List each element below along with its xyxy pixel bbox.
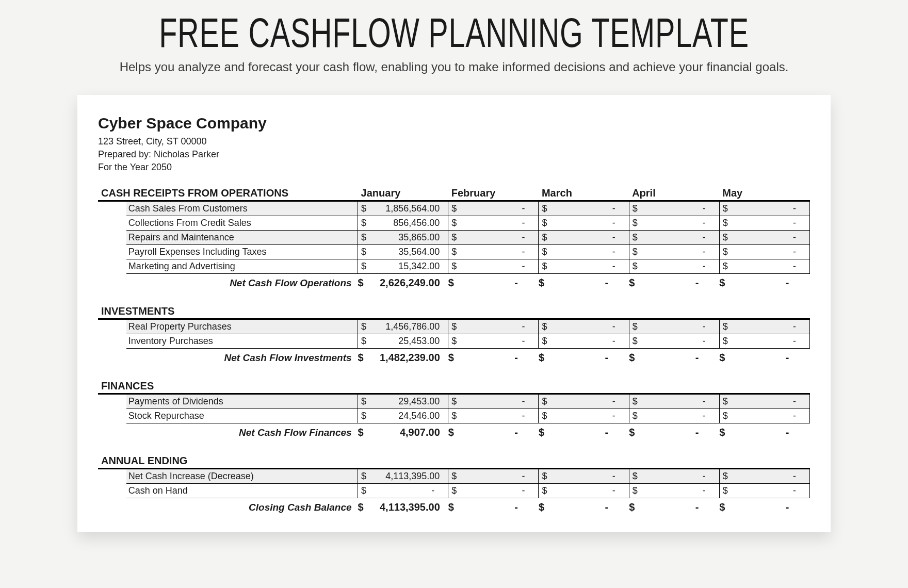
section-title: INVESTMENTS xyxy=(98,292,358,319)
company-name: Cyber Space Company xyxy=(98,115,810,132)
money-cell: $- xyxy=(358,484,448,498)
money-cell: $- xyxy=(539,349,629,367)
total-row: Net Cash Flow Operations$2,626,249.00$-$… xyxy=(98,274,810,292)
table-row: Cash on Hand$-$-$-$-$- xyxy=(98,484,810,498)
table-row: Marketing and Advertising$15,342.00$-$-$… xyxy=(98,259,810,274)
money-cell: $- xyxy=(539,423,629,442)
money-cell: $- xyxy=(539,274,629,292)
money-cell: $- xyxy=(448,334,539,349)
money-cell: $- xyxy=(448,498,539,517)
money-cell: $- xyxy=(448,349,539,367)
total-row: Net Cash Flow Finances$4,907.00$-$-$-$- xyxy=(98,423,810,442)
money-cell: $- xyxy=(448,274,539,292)
money-cell: $24,546.00 xyxy=(358,409,448,423)
money-cell: $- xyxy=(629,201,719,216)
money-cell: $- xyxy=(448,216,539,231)
money-cell: $- xyxy=(539,484,629,498)
money-cell: $- xyxy=(629,216,719,231)
money-cell: $- xyxy=(719,469,809,484)
company-prepared-by: Prepared by: Nicholas Parker xyxy=(98,149,810,160)
total-label: Net Cash Flow Operations xyxy=(98,274,358,292)
month-header: May xyxy=(719,187,809,201)
table-row: Payments of Dividends$29,453.00$-$-$-$- xyxy=(98,394,810,409)
money-cell: $- xyxy=(448,201,539,216)
money-cell: $- xyxy=(448,259,539,274)
month-header xyxy=(358,442,448,469)
money-cell: $- xyxy=(629,498,719,517)
month-header xyxy=(539,292,629,319)
row-label: Cash on Hand xyxy=(126,484,358,498)
money-cell: $- xyxy=(719,334,809,349)
money-cell: $- xyxy=(629,259,719,274)
row-label: Payments of Dividends xyxy=(126,394,358,409)
month-header xyxy=(629,442,719,469)
money-cell: $- xyxy=(629,334,719,349)
money-cell: $29,453.00 xyxy=(358,394,448,409)
money-cell: $- xyxy=(448,319,539,334)
money-cell: $- xyxy=(539,334,629,349)
money-cell: $- xyxy=(719,423,809,442)
money-cell: $- xyxy=(539,498,629,517)
money-cell: $- xyxy=(448,423,539,442)
total-label: Closing Cash Balance xyxy=(98,498,358,517)
money-cell: $- xyxy=(719,274,809,292)
spreadsheet-card: Cyber Space Company 123 Street, City, ST… xyxy=(77,95,831,532)
money-cell: $- xyxy=(539,231,629,245)
cashflow-table: CASH RECEIPTS FROM OPERATIONSJanuaryFebr… xyxy=(98,187,810,516)
money-cell: $- xyxy=(629,349,719,367)
row-label: Collections From Credit Sales xyxy=(126,216,358,231)
money-cell: $- xyxy=(719,349,809,367)
money-cell: $- xyxy=(719,394,809,409)
section-title: ANNUAL ENDING xyxy=(98,442,358,469)
money-cell: $- xyxy=(629,469,719,484)
money-cell: $- xyxy=(448,245,539,259)
month-header: February xyxy=(448,187,539,201)
money-cell: $- xyxy=(629,319,719,334)
row-label: Inventory Purchases xyxy=(126,334,358,349)
table-row: Collections From Credit Sales$856,456.00… xyxy=(98,216,810,231)
money-cell: $- xyxy=(629,423,719,442)
money-cell: $- xyxy=(719,319,809,334)
month-header xyxy=(629,292,719,319)
money-cell: $25,453.00 xyxy=(358,334,448,349)
money-cell: $- xyxy=(539,259,629,274)
money-cell: $- xyxy=(448,409,539,423)
money-cell: $4,907.00 xyxy=(358,423,448,442)
money-cell: $856,456.00 xyxy=(358,216,448,231)
money-cell: $- xyxy=(629,231,719,245)
money-cell: $- xyxy=(539,409,629,423)
row-label: Net Cash Increase (Decrease) xyxy=(126,469,358,484)
month-header xyxy=(719,442,809,469)
money-cell: $- xyxy=(629,245,719,259)
page-title: FREE CASHFLOW PLANNING TEMPLATE xyxy=(127,9,781,57)
money-cell: $- xyxy=(719,498,809,517)
money-cell: $- xyxy=(629,409,719,423)
total-row: Closing Cash Balance$4,113,395.00$-$-$-$… xyxy=(98,498,810,517)
money-cell: $- xyxy=(539,201,629,216)
month-header xyxy=(539,367,629,394)
total-row: Net Cash Flow Investments$1,482,239.00$-… xyxy=(98,349,810,367)
month-header xyxy=(448,367,539,394)
money-cell: $- xyxy=(629,484,719,498)
section-title: FINANCES xyxy=(98,367,358,394)
month-header xyxy=(629,367,719,394)
money-cell: $1,856,564.00 xyxy=(358,201,448,216)
money-cell: $4,113,395.00 xyxy=(358,498,448,517)
money-cell: $1,456,786.00 xyxy=(358,319,448,334)
money-cell: $- xyxy=(629,274,719,292)
money-cell: $35,564.00 xyxy=(358,245,448,259)
row-label: Payroll Expenses Including Taxes xyxy=(126,245,358,259)
row-label: Marketing and Advertising xyxy=(126,259,358,274)
company-address: 123 Street, City, ST 00000 xyxy=(98,136,810,147)
money-cell: $- xyxy=(629,394,719,409)
month-header xyxy=(358,292,448,319)
row-label: Repairs and Maintenance xyxy=(126,231,358,245)
company-period: For the Year 2050 xyxy=(98,162,810,173)
table-row: Cash Sales From Customers$1,856,564.00$-… xyxy=(98,201,810,216)
money-cell: $4,113,395.00 xyxy=(358,469,448,484)
money-cell: $- xyxy=(719,245,809,259)
money-cell: $- xyxy=(539,469,629,484)
money-cell: $35,865.00 xyxy=(358,231,448,245)
month-header: April xyxy=(629,187,719,201)
money-cell: $- xyxy=(719,216,809,231)
